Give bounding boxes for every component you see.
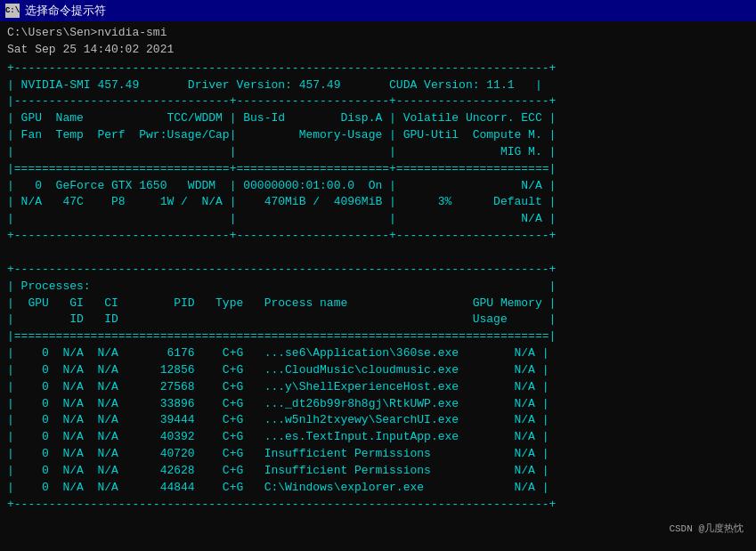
watermark: CSDN @几度热忱 <box>669 522 744 535</box>
watermark-text: CSDN @几度热忱 <box>669 523 744 534</box>
window-title: 选择命令提示符 <box>25 3 106 19</box>
datetime-line: Sat Sep 25 14:40:02 2021 <box>7 42 749 59</box>
cmd-icon: C:\ <box>5 4 20 18</box>
datetime-text: Sat Sep 25 14:40:02 2021 <box>7 43 174 56</box>
smi-content: +---------------------------------------… <box>7 61 556 494</box>
prompt-text: C:\Users\Sen>nvidia-smi <box>7 26 167 39</box>
smi-last-line: +---------------------------------------… <box>7 498 556 511</box>
terminal-area: C:\Users\Sen>nvidia-smi Sat Sep 25 14:40… <box>0 21 756 551</box>
smi-output: +---------------------------------------… <box>7 61 749 514</box>
title-bar: C:\ 选择命令提示符 <box>0 0 756 21</box>
prompt-line: C:\Users\Sen>nvidia-smi <box>7 25 749 42</box>
